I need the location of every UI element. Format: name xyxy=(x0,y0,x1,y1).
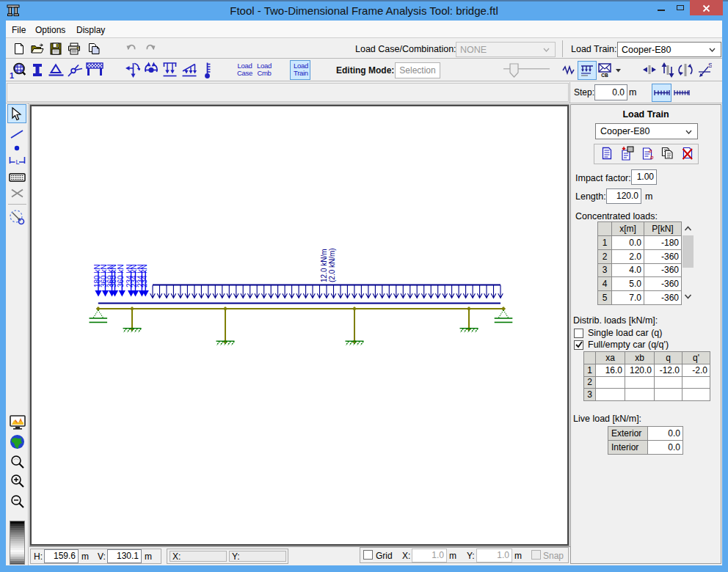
svg-text:b: b xyxy=(650,154,654,161)
svg-text:L: L xyxy=(16,158,20,166)
svg-text:360 kN: 360 kN xyxy=(117,264,125,287)
svg-text:S: S xyxy=(708,62,712,69)
svg-text:a: a xyxy=(649,147,652,154)
svg-text:234 kN: 234 kN xyxy=(140,264,148,287)
svg-text:(2.0 kN/m): (2.0 kN/m) xyxy=(328,248,336,282)
svg-text:12.0 kN/m: 12.0 kN/m xyxy=(320,249,328,282)
svg-text:CB: CB xyxy=(601,73,608,78)
svg-text:1: 1 xyxy=(10,71,14,79)
